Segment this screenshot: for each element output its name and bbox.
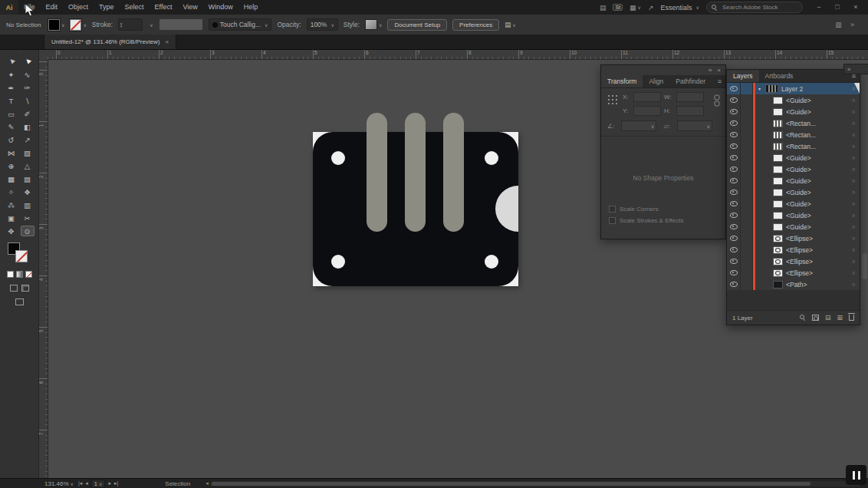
previous-artboard-icon[interactable]: ◂ — [85, 480, 88, 486]
align-options-icon[interactable]: ▤∨ — [505, 21, 515, 28]
visibility-toggle[interactable] — [727, 244, 741, 256]
first-artboard-icon[interactable]: |◂ — [78, 480, 82, 486]
target-circle-icon[interactable]: ○ — [847, 155, 860, 160]
layer-row[interactable]: <Ellipse>○ — [727, 267, 860, 279]
menu-file[interactable]: File — [18, 0, 41, 15]
eraser-tool[interactable]: ◧ — [21, 121, 35, 132]
menu-object[interactable]: Object — [63, 0, 94, 15]
layer-row[interactable]: <Guide>○ — [727, 175, 860, 186]
target-circle-icon[interactable]: ○ — [847, 224, 860, 229]
layer-row[interactable]: <Ellipse>○ — [727, 232, 860, 244]
gpu-performance-icon[interactable]: ▤ — [600, 4, 607, 12]
target-circle-icon[interactable]: ○ — [847, 201, 860, 206]
close-panel-icon[interactable]: × — [717, 67, 721, 74]
layer-row[interactable]: <Ellipse>○ — [727, 256, 860, 267]
blend-tool[interactable]: ❖ — [21, 186, 35, 197]
lasso-tool[interactable]: ∿ — [21, 69, 35, 80]
menu-edit[interactable]: Edit — [41, 0, 64, 15]
brush-definition-dropdown[interactable]: Touch Callig...∨ — [209, 18, 272, 31]
new-sublayer-icon[interactable]: ⊟ — [825, 314, 831, 321]
stroke-color-swatch[interactable] — [15, 250, 28, 262]
target-circle-icon[interactable]: ○ — [847, 247, 860, 252]
artwork-bar[interactable] — [405, 113, 426, 232]
lock-toggle[interactable] — [741, 244, 753, 256]
menu-effect[interactable]: Effect — [150, 0, 178, 15]
adobe-stock-icon[interactable]: St — [613, 4, 623, 11]
locate-object-icon[interactable] — [800, 315, 806, 321]
make-clipping-mask-icon[interactable] — [812, 315, 819, 321]
tab-layers[interactable]: Layers — [727, 70, 759, 82]
visibility-toggle[interactable] — [727, 117, 741, 129]
symbol-sprayer-tool[interactable]: ⁂ — [5, 199, 18, 210]
constrain-proportions-icon[interactable] — [714, 94, 720, 108]
paintbrush-tool[interactable]: ✐ — [21, 108, 35, 119]
target-circle-icon[interactable]: ○ — [847, 120, 860, 126]
collapse-panel-icon[interactable]: « — [709, 67, 712, 74]
document-setup-button[interactable]: Document Setup — [387, 19, 447, 31]
hand-tool[interactable]: ✥ — [5, 226, 18, 236]
style-dropdown[interactable]: ∨ — [365, 19, 382, 30]
lock-toggle[interactable] — [741, 140, 753, 152]
panel-drag-handle[interactable]: ⋯ — [0, 49, 38, 54]
rotate-tool[interactable]: ↺ — [5, 134, 18, 145]
visibility-toggle[interactable] — [727, 256, 741, 267]
collapse-dock-icon[interactable]: « — [847, 66, 850, 73]
width-tool[interactable]: ⋈ — [5, 147, 18, 158]
screen-mode-button[interactable] — [15, 298, 24, 305]
pause-overlay-button[interactable] — [846, 465, 866, 485]
visibility-toggle[interactable] — [727, 163, 741, 175]
stroke-swatch[interactable] — [70, 19, 81, 31]
visibility-toggle[interactable] — [727, 175, 741, 186]
target-circle-icon[interactable]: ○ — [847, 143, 860, 149]
workspace-switcher[interactable]: Essentials∨ — [661, 4, 699, 12]
zoom-level-dropdown[interactable]: 131.46%∨ — [44, 480, 74, 487]
graph-tool[interactable]: ▥ — [21, 199, 35, 210]
next-artboard-icon[interactable]: ▸ — [108, 480, 111, 486]
shear-angle-dropdown[interactable]: ∨ — [677, 120, 712, 131]
visibility-toggle[interactable] — [727, 221, 741, 232]
shape-builder-tool[interactable]: ⊕ — [5, 160, 18, 171]
stroke-color-control[interactable]: ∨ — [70, 19, 86, 31]
visibility-toggle[interactable] — [727, 279, 741, 290]
lock-toggle[interactable] — [741, 198, 753, 209]
curvature-tool[interactable]: ✑ — [21, 82, 35, 93]
lock-toggle[interactable] — [741, 209, 753, 221]
lock-toggle[interactable] — [741, 83, 753, 94]
menu-type[interactable]: Type — [94, 0, 120, 15]
layer-row[interactable]: <Guide>○ — [727, 221, 860, 232]
layer-row[interactable]: <Guide>○ — [727, 94, 860, 106]
line-segment-tool[interactable]: ∖ — [21, 95, 35, 106]
layer-row[interactable]: <Rectan...○ — [727, 117, 860, 129]
last-artboard-icon[interactable]: ▸| — [114, 480, 118, 486]
collapse-panels-icon[interactable]: » — [850, 21, 854, 28]
lock-toggle[interactable] — [741, 175, 753, 186]
gradient-tool[interactable]: ▤ — [21, 173, 35, 184]
target-circle-icon[interactable]: ○ — [847, 236, 860, 241]
stroke-weight-stepper[interactable]: ▴▾ — [118, 18, 143, 31]
target-circle-icon[interactable]: ○ — [847, 259, 860, 264]
lock-toggle[interactable] — [741, 152, 753, 163]
none-mode-button[interactable] — [25, 271, 32, 278]
rotate-angle-dropdown[interactable]: ∨ — [621, 120, 656, 131]
target-circle-icon[interactable]: ○ — [847, 132, 860, 137]
layer-row[interactable]: <Rectan...○ — [727, 129, 860, 140]
type-tool[interactable]: T — [5, 95, 18, 106]
visibility-toggle[interactable] — [727, 267, 741, 279]
delete-layer-icon[interactable] — [849, 315, 854, 321]
layer-row[interactable]: <Guide>○ — [727, 186, 860, 198]
vertical-scrollbar-thumb[interactable] — [862, 253, 867, 279]
artboard-tool[interactable]: ▣ — [5, 213, 18, 223]
artwork-bar[interactable] — [367, 113, 387, 232]
visibility-toggle[interactable] — [727, 94, 741, 106]
lock-toggle[interactable] — [741, 106, 753, 117]
panel-dock-icon[interactable]: ▥ — [835, 21, 841, 28]
lock-toggle[interactable] — [741, 186, 753, 198]
target-circle-icon[interactable]: ○ — [847, 270, 860, 275]
chevron-down-icon[interactable]: ∨ — [150, 22, 153, 28]
target-circle-icon[interactable]: ○ — [847, 213, 860, 218]
visibility-toggle[interactable] — [727, 152, 741, 163]
draw-normal-icon[interactable] — [10, 285, 18, 292]
lock-toggle[interactable] — [741, 163, 753, 175]
visibility-toggle[interactable] — [727, 186, 741, 198]
layer-row[interactable]: <Rectan...○ — [727, 140, 860, 152]
